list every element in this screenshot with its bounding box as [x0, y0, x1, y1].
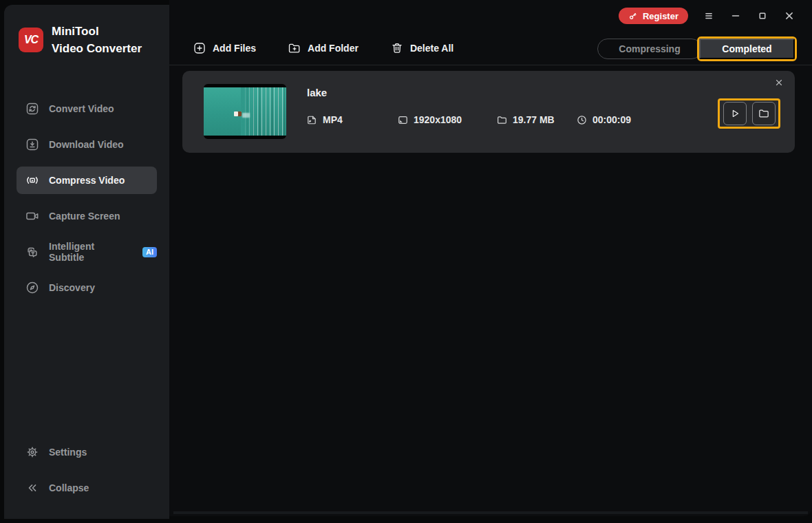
download-video-icon	[25, 137, 40, 152]
app-logo-icon: VC	[19, 28, 43, 52]
clock-icon	[577, 115, 587, 125]
file-size: 19.77 MB	[497, 114, 555, 125]
trash-icon	[390, 41, 404, 55]
file-format: MP4	[307, 114, 343, 125]
tab-completed-label: Completed	[722, 43, 771, 54]
sidebar-item-settings[interactable]: Settings	[17, 438, 157, 466]
add-files-button[interactable]: Add Files	[193, 41, 256, 55]
sidebar-item-discovery[interactable]: Discovery	[17, 274, 157, 301]
sidebar-item-intelligent-subtitle[interactable]: Intelligent Subtitle AI	[17, 238, 157, 266]
discovery-icon	[25, 280, 40, 295]
key-icon	[628, 11, 638, 21]
sidebar-item-download-video[interactable]: Download Video	[17, 131, 157, 158]
tab-completed[interactable]: Completed	[699, 39, 795, 59]
file-resolution-value: 1920x1080	[414, 114, 462, 125]
ai-badge: AI	[142, 247, 157, 257]
thumbnail-reflections	[241, 87, 286, 136]
add-folder-icon	[288, 41, 301, 55]
close-icon	[783, 10, 795, 22]
folder-icon	[497, 115, 507, 125]
app-title-line1: MiniTool	[52, 23, 142, 40]
logo-text: VC	[24, 34, 38, 46]
sidebar-item-capture-screen[interactable]: Capture Screen	[17, 202, 157, 230]
resolution-icon	[398, 115, 408, 125]
actions-highlight	[718, 98, 780, 129]
sidebar-item-collapse[interactable]: Collapse	[17, 474, 157, 502]
sidebar-item-label: Convert Video	[49, 103, 114, 114]
brand: VC MiniTool Video Converter	[19, 23, 142, 57]
thumbnail-image	[204, 87, 286, 136]
open-folder-button[interactable]	[752, 102, 776, 125]
sidebar-item-label: Discovery	[49, 282, 95, 293]
play-button[interactable]	[723, 102, 747, 125]
remove-file-button[interactable]	[773, 76, 785, 89]
close-icon	[774, 78, 784, 87]
file-name: lake	[307, 87, 327, 98]
file-size-value: 19.77 MB	[513, 114, 555, 125]
sidebar-item-label: Capture Screen	[49, 211, 120, 222]
close-button[interactable]	[783, 10, 795, 22]
compress-video-icon	[25, 173, 40, 188]
status-tabs: Compressing Completed	[597, 36, 797, 61]
minimize-button[interactable]	[729, 10, 742, 22]
capture-screen-icon	[25, 209, 40, 224]
sidebar-item-label: Collapse	[49, 482, 89, 493]
thumbnail-boat	[234, 111, 242, 116]
delete-all-label: Delete All	[410, 43, 453, 54]
add-files-icon	[193, 41, 206, 55]
sidebar-item-compress-video[interactable]: Compress Video	[17, 167, 157, 194]
sidebar-item-convert-video[interactable]: Convert Video	[17, 95, 157, 122]
file-duration: 00:00:09	[577, 114, 631, 125]
sidebar-menu: Convert Video Download Video Compress Vi…	[17, 95, 157, 301]
collapse-chevrons-icon	[25, 480, 40, 495]
file-card: lake MP4 1920x1080 19.77 MB	[182, 71, 795, 153]
app-title: MiniTool Video Converter	[52, 23, 142, 57]
sidebar-item-label: Compress Video	[49, 175, 125, 186]
maximize-button[interactable]	[756, 10, 769, 22]
gear-icon	[25, 445, 40, 460]
app-title-line2: Video Converter	[52, 40, 142, 57]
sidebar-item-label: Settings	[49, 447, 87, 458]
menu-button[interactable]	[703, 10, 715, 22]
convert-video-icon	[25, 101, 40, 116]
register-label: Register	[643, 11, 679, 21]
app-window: VC MiniTool Video Converter Convert Vide…	[0, 0, 812, 523]
add-files-label: Add Files	[213, 43, 256, 54]
file-duration-value: 00:00:09	[592, 114, 631, 125]
sidebar-item-label: Intelligent Subtitle	[49, 241, 128, 263]
video-thumbnail	[204, 84, 286, 139]
completed-tab-highlight: Completed	[697, 36, 797, 61]
tab-compressing[interactable]: Compressing	[597, 39, 702, 59]
toolbar: Add Files Add Folder Delete All	[169, 32, 812, 65]
toolbar-actions: Add Files Add Folder Delete All	[193, 32, 453, 65]
titlebar-controls: Register	[619, 0, 795, 32]
main-panel: Register Add Files	[169, 0, 812, 516]
intelligent-subtitle-icon	[25, 244, 40, 259]
add-folder-button[interactable]: Add Folder	[288, 41, 359, 55]
add-folder-label: Add Folder	[308, 43, 359, 54]
sidebar-item-label: Download Video	[49, 139, 124, 150]
maximize-icon	[756, 10, 769, 22]
sidebar: VC MiniTool Video Converter Convert Vide…	[4, 5, 169, 519]
file-format-icon	[307, 115, 317, 125]
tab-compressing-label: Compressing	[619, 43, 680, 54]
file-resolution: 1920x1080	[398, 114, 462, 125]
delete-all-button[interactable]: Delete All	[390, 41, 453, 55]
minimize-icon	[729, 10, 742, 22]
file-format-value: MP4	[323, 114, 343, 125]
window-bottom-strip	[173, 511, 808, 514]
hamburger-icon	[703, 10, 715, 22]
register-button[interactable]: Register	[619, 8, 688, 24]
